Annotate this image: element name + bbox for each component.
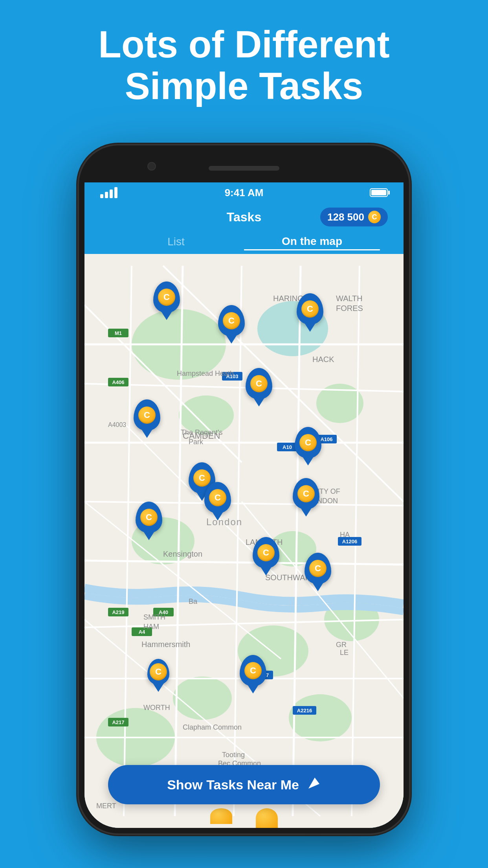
svg-text:Park: Park xyxy=(189,438,204,446)
map-pin-12[interactable]: C xyxy=(305,553,331,584)
pin-body-8: C xyxy=(204,482,231,513)
svg-line-12 xyxy=(84,384,404,392)
pin-body-11: C xyxy=(253,537,279,568)
svg-text:London: London xyxy=(206,517,242,527)
pin-body-2: C xyxy=(218,305,245,337)
pin-body-6: C xyxy=(295,427,321,458)
map-pin-10[interactable]: C xyxy=(293,478,319,509)
svg-text:A1206: A1206 xyxy=(342,539,357,544)
battery-indicator xyxy=(370,188,388,197)
tab-map[interactable]: On the map xyxy=(244,235,380,250)
pin-coin-2: C xyxy=(223,312,240,329)
map-area[interactable]: M1 A406 A219 A4 A40 A217 A103 A10 xyxy=(84,254,404,828)
svg-text:Clapham Common: Clapham Common xyxy=(183,723,242,731)
svg-text:HAM: HAM xyxy=(143,623,159,631)
svg-text:Ba: Ba xyxy=(189,598,198,605)
pin-coin-11: C xyxy=(257,544,275,561)
map-pin-5[interactable]: C xyxy=(134,399,160,431)
phone-top-bar xyxy=(84,151,404,182)
tab-list[interactable]: List xyxy=(108,235,244,250)
svg-text:A10: A10 xyxy=(283,444,292,450)
pin-coin-9: C xyxy=(140,509,158,526)
headline-line1: Lots of Different xyxy=(31,24,457,65)
svg-text:A106: A106 xyxy=(320,436,332,442)
pin-coin-partial-bottom: C xyxy=(244,662,262,679)
svg-text:Kensington: Kensington xyxy=(163,550,202,558)
svg-text:MERT: MERT xyxy=(96,802,116,810)
pin-body-12: C xyxy=(305,553,331,584)
pin-body-3: C xyxy=(297,293,323,325)
battery-icon xyxy=(370,188,388,197)
pin-body-10: C xyxy=(293,478,319,509)
coins-badge[interactable]: 128 500 C xyxy=(320,208,388,226)
pin-coin-bottom-left: C xyxy=(150,663,167,680)
svg-text:A2216: A2216 xyxy=(297,708,312,714)
pin-coin-10: C xyxy=(297,485,315,502)
signal-bar-2 xyxy=(105,192,108,198)
phone-inner: 9:41 AM Tasks 128 500 C List On the map xyxy=(84,151,404,828)
svg-text:HACK: HACK xyxy=(312,355,334,364)
map-pin-8[interactable]: C xyxy=(204,482,231,513)
svg-text:Hampstead Heath: Hampstead Heath xyxy=(177,370,234,377)
nav-bar: Tasks 128 500 C xyxy=(84,203,404,231)
map-pin-bottom-left[interactable]: C xyxy=(147,659,169,685)
signal-bar-1 xyxy=(100,194,103,198)
show-tasks-label: Show Tasks Near Me xyxy=(167,777,299,793)
headline: Lots of Different Simple Tasks xyxy=(0,24,488,107)
pin-body-5: C xyxy=(134,399,160,431)
svg-text:WALTH: WALTH xyxy=(336,294,363,303)
pin-body-bottom-left: C xyxy=(147,659,169,685)
phone-frame: 9:41 AM Tasks 128 500 C List On the map xyxy=(79,145,409,833)
svg-text:Hammersmith: Hammersmith xyxy=(141,640,190,649)
pin-coin-6: C xyxy=(299,434,317,451)
pin-body-1: C xyxy=(153,281,180,313)
map-pin-partial-bottom[interactable]: C xyxy=(240,655,266,686)
show-tasks-button[interactable]: Show Tasks Near Me xyxy=(108,765,380,804)
partial-coin-bottom xyxy=(210,808,232,824)
map-pin-11[interactable]: C xyxy=(253,537,279,568)
svg-text:HA: HA xyxy=(340,531,350,539)
pin-coin-4: C xyxy=(250,375,268,392)
svg-point-8 xyxy=(173,677,232,720)
map-svg: M1 A406 A219 A4 A40 A217 A103 A10 xyxy=(84,254,404,828)
svg-text:A217: A217 xyxy=(112,719,124,725)
screen: 9:41 AM Tasks 128 500 C List On the map xyxy=(84,182,404,828)
svg-text:A4003: A4003 xyxy=(108,421,126,428)
status-bar: 9:41 AM xyxy=(84,182,404,203)
svg-text:A219: A219 xyxy=(112,609,124,615)
map-pin-9[interactable]: C xyxy=(136,502,162,533)
svg-text:The Regent's: The Regent's xyxy=(181,428,223,436)
pin-coin-3: C xyxy=(301,300,319,318)
pin-coin-5: C xyxy=(138,406,156,424)
speaker xyxy=(209,166,279,171)
partial-coin-bottom-2 xyxy=(256,808,278,828)
map-pin-6[interactable]: C xyxy=(295,427,321,458)
map-pin-1[interactable]: C xyxy=(153,281,180,313)
pin-body-partial-bottom: C xyxy=(240,655,266,686)
battery-fill xyxy=(371,190,386,195)
nav-title: Tasks xyxy=(227,210,261,224)
svg-text:FORES: FORES xyxy=(336,304,363,313)
signal-bar-3 xyxy=(110,189,113,198)
pin-body-4: C xyxy=(246,368,272,399)
pin-coin-1: C xyxy=(158,289,175,306)
svg-line-21 xyxy=(234,266,242,816)
svg-text:M1: M1 xyxy=(115,330,122,336)
svg-text:WORTH: WORTH xyxy=(143,704,170,712)
signal-indicator xyxy=(100,187,117,198)
location-icon xyxy=(307,776,321,793)
pin-body-9: C xyxy=(136,502,162,533)
map-pin-4[interactable]: C xyxy=(246,368,272,399)
signal-bar-4 xyxy=(114,187,117,198)
headline-line2: Simple Tasks xyxy=(31,65,457,107)
svg-point-10 xyxy=(289,694,352,741)
pin-coin-8: C xyxy=(209,489,226,506)
coins-amount: 128 500 xyxy=(327,211,364,223)
tab-bar: List On the map xyxy=(84,231,404,254)
svg-text:Tooting: Tooting xyxy=(222,751,245,759)
coin-icon: C xyxy=(368,211,381,223)
status-time: 9:41 AM xyxy=(225,187,264,199)
map-pin-2[interactable]: C xyxy=(218,305,245,337)
map-pin-3[interactable]: C xyxy=(297,293,323,325)
svg-text:GR: GR xyxy=(336,641,347,649)
